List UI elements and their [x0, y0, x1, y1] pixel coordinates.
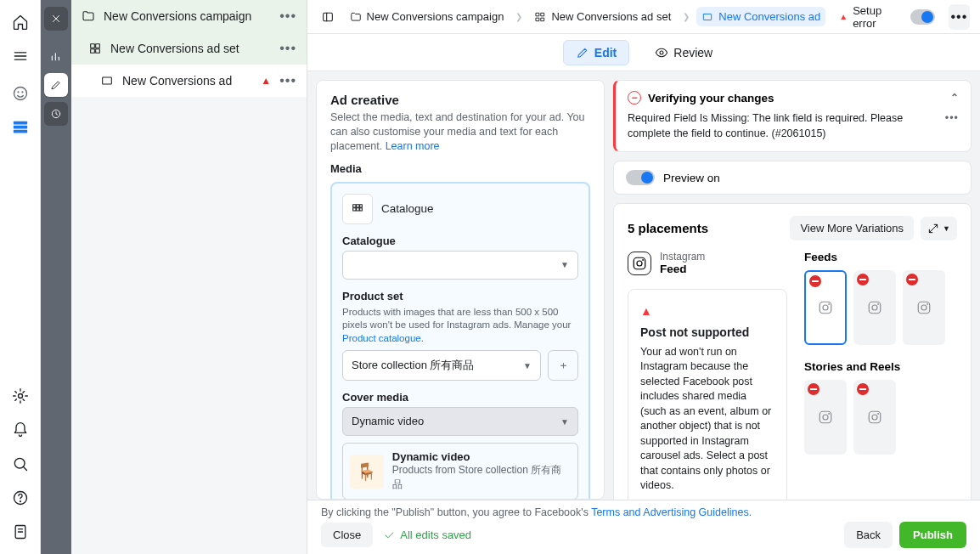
tree-campaign[interactable]: New Conversions campaign •••	[71, 0, 307, 32]
product-set-label: Product set	[342, 290, 578, 302]
settings-icon[interactable]	[5, 381, 36, 411]
pencil-icon	[576, 46, 589, 59]
crumb-ad[interactable]: New Conversions ad	[696, 7, 825, 26]
svg-rect-24	[96, 44, 100, 48]
product-set-select[interactable]: Store collection 所有商品▼	[342, 350, 541, 381]
more-icon[interactable]: •••	[279, 8, 296, 24]
catalogue-card: Catalogue Catalogue ▼ Product set Produc…	[330, 182, 590, 500]
post-not-supported: ▲ Post not supported Your ad won't run o…	[628, 289, 787, 500]
svg-point-44	[643, 260, 644, 261]
tree-ad-label: New Conversions ad	[122, 74, 252, 88]
footer: By clicking the "Publish" button, you ag…	[307, 500, 980, 554]
catalogue-select[interactable]: ▼	[342, 251, 578, 280]
tab-edit[interactable]: Edit	[563, 40, 629, 65]
close-icon[interactable]	[44, 7, 68, 31]
crumb-adset[interactable]: New Conversions ad set	[529, 7, 676, 26]
right-column: − Verifying your changes ⌃ Required Fiel…	[613, 80, 972, 500]
app-icon-rail	[0, 0, 41, 554]
emoji-icon[interactable]	[5, 78, 36, 109]
tab-review[interactable]: Review	[643, 41, 724, 65]
svg-rect-27	[103, 77, 112, 84]
expand-button[interactable]: ▼	[921, 217, 957, 240]
svg-point-13	[20, 501, 20, 502]
svg-rect-8	[14, 130, 26, 133]
svg-rect-34	[704, 14, 712, 20]
report-icon[interactable]	[5, 517, 36, 547]
adset-icon	[88, 42, 102, 55]
eye-icon	[655, 46, 668, 59]
status-toggle[interactable]	[910, 9, 935, 25]
top-bar: New Conversions campaign ❯ New Conversio…	[307, 0, 980, 34]
panel-toggle-icon[interactable]	[318, 5, 338, 29]
placement-thumb[interactable]	[853, 270, 896, 345]
feed-label: Feed	[660, 263, 705, 276]
placement-thumb[interactable]	[804, 380, 847, 455]
chevron-up-icon[interactable]: ⌃	[950, 92, 959, 104]
warn-title: Post not supported	[640, 325, 774, 342]
product-catalogue-link[interactable]: Product catalogue	[342, 333, 421, 343]
home-icon[interactable]	[5, 7, 36, 37]
svg-rect-39	[353, 207, 356, 210]
history-icon[interactable]	[44, 102, 68, 126]
dynamic-video-row[interactable]: 🪑 Dynamic video Products from Store coll…	[342, 443, 578, 500]
svg-rect-28	[323, 13, 332, 20]
more-menu[interactable]: •••	[949, 4, 970, 30]
help-icon[interactable]	[5, 483, 36, 513]
ad-creative-panel: Ad creative Select the media, text and d…	[316, 80, 605, 500]
svg-rect-36	[353, 204, 356, 206]
warning-icon: ▲	[261, 75, 271, 87]
warn-body: Your ad won't run on Instagram because t…	[640, 345, 774, 494]
error-badge-icon	[906, 274, 918, 285]
svg-line-11	[23, 466, 26, 470]
svg-rect-33	[542, 18, 545, 21]
svg-rect-25	[91, 49, 95, 54]
svg-rect-37	[357, 204, 359, 206]
svg-rect-40	[357, 207, 359, 210]
stories-section-label: Stories and Reels	[804, 360, 957, 373]
close-button[interactable]: Close	[321, 523, 373, 547]
placement-thumb[interactable]	[853, 380, 896, 455]
learn-more-link[interactable]: Learn more	[386, 140, 440, 152]
adset-icon	[534, 11, 546, 23]
menu-icon[interactable]	[5, 41, 36, 71]
placement-thumb[interactable]	[804, 270, 847, 345]
grid-icon[interactable]	[5, 112, 36, 143]
folder-icon	[350, 11, 362, 23]
more-icon[interactable]: •••	[279, 73, 296, 88]
view-more-variations-button[interactable]: View More Variations	[790, 216, 914, 240]
edit-icon[interactable]	[44, 73, 68, 97]
terms-link[interactable]: Terms and Advertising Guidelines.	[591, 506, 752, 518]
save-status: All edits saved	[383, 529, 471, 541]
setup-error-indicator: ▲Setup error	[839, 4, 897, 30]
preview-toggle[interactable]	[626, 170, 655, 185]
publish-button[interactable]: Publish	[899, 522, 966, 548]
placement-thumb[interactable]	[903, 270, 945, 345]
more-icon[interactable]: •••	[945, 111, 959, 141]
stories-thumbs	[804, 380, 957, 455]
back-button[interactable]: Back	[844, 522, 893, 548]
ad-icon	[100, 74, 114, 88]
svg-point-59	[878, 414, 879, 415]
verify-alert: − Verifying your changes ⌃ Required Fiel…	[613, 80, 972, 152]
error-badge-icon	[857, 274, 869, 285]
add-product-set-button[interactable]: ＋	[548, 350, 578, 381]
chevron-down-icon: ▼	[523, 361, 532, 370]
preview-toggle-card: Preview on	[613, 161, 972, 195]
main-pane: New Conversions campaign ❯ New Conversio…	[307, 0, 980, 554]
more-icon[interactable]: •••	[279, 41, 296, 56]
svg-point-53	[927, 304, 928, 305]
tree-ad[interactable]: New Conversions ad ▲ •••	[71, 65, 307, 97]
cover-media-select[interactable]: Dynamic video▼	[342, 407, 578, 436]
search-icon[interactable]	[5, 449, 36, 479]
dynamic-video-title: Dynamic video	[392, 450, 571, 463]
alert-icon: ▲	[839, 12, 848, 21]
crumb-campaign[interactable]: New Conversions campaign	[345, 7, 510, 26]
notifications-icon[interactable]	[5, 415, 36, 445]
chart-icon[interactable]	[44, 44, 68, 68]
svg-rect-38	[360, 204, 363, 206]
chevron-down-icon: ▼	[943, 224, 950, 233]
error-badge-icon	[857, 383, 869, 395]
tree-adset[interactable]: New Conversions ad set •••	[71, 32, 307, 65]
product-set-hint: Products with images that are less than …	[342, 306, 578, 346]
thumbnail-icon: 🪑	[350, 455, 384, 489]
